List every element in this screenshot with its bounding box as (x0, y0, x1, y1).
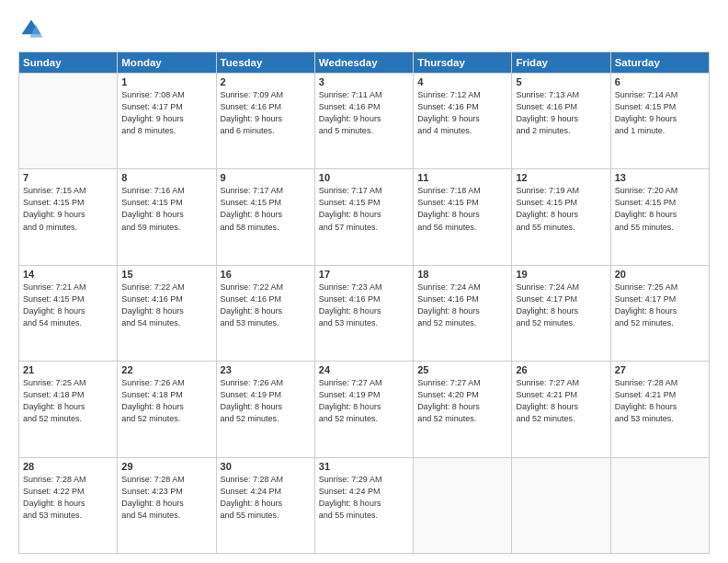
calendar-week-row: 1Sunrise: 7:08 AM Sunset: 4:17 PM Daylig… (19, 74, 710, 169)
calendar-week-row: 7Sunrise: 7:15 AM Sunset: 4:15 PM Daylig… (19, 169, 710, 265)
day-number: 27 (615, 364, 705, 375)
calendar-cell (414, 457, 512, 553)
calendar-cell: 16Sunrise: 7:22 AM Sunset: 4:16 PM Dayli… (216, 265, 314, 361)
day-number: 9 (221, 172, 311, 183)
calendar-week-row: 14Sunrise: 7:21 AM Sunset: 4:15 PM Dayli… (19, 265, 710, 361)
calendar-header-row: SundayMondayTuesdayWednesdayThursdayFrid… (19, 52, 710, 74)
day-number: 4 (417, 76, 507, 87)
calendar-day-header: Sunday (19, 52, 118, 74)
page: SundayMondayTuesdayWednesdayThursdayFrid… (0, 0, 728, 563)
calendar-cell (610, 457, 709, 553)
day-number: 2 (221, 76, 311, 87)
calendar-cell: 23Sunrise: 7:26 AM Sunset: 4:19 PM Dayli… (216, 362, 314, 457)
day-info: Sunrise: 7:28 AM Sunset: 4:24 PM Dayligh… (221, 474, 311, 522)
calendar-cell: 3Sunrise: 7:11 AM Sunset: 4:16 PM Daylig… (314, 74, 413, 169)
calendar-cell: 7Sunrise: 7:15 AM Sunset: 4:15 PM Daylig… (19, 169, 118, 265)
day-number: 11 (417, 172, 507, 183)
day-number: 7 (23, 172, 113, 183)
day-info: Sunrise: 7:23 AM Sunset: 4:16 PM Dayligh… (319, 282, 409, 329)
day-info: Sunrise: 7:25 AM Sunset: 4:17 PM Dayligh… (615, 282, 705, 329)
day-number: 24 (319, 364, 409, 375)
calendar-cell: 24Sunrise: 7:27 AM Sunset: 4:19 PM Dayli… (314, 362, 413, 457)
calendar-cell: 22Sunrise: 7:26 AM Sunset: 4:18 PM Dayli… (118, 362, 216, 457)
day-info: Sunrise: 7:22 AM Sunset: 4:16 PM Dayligh… (221, 282, 311, 329)
day-number: 14 (23, 269, 113, 280)
calendar-week-row: 21Sunrise: 7:25 AM Sunset: 4:18 PM Dayli… (19, 362, 710, 457)
day-info: Sunrise: 7:28 AM Sunset: 4:22 PM Dayligh… (23, 474, 113, 522)
calendar-cell: 5Sunrise: 7:13 AM Sunset: 4:16 PM Daylig… (512, 74, 610, 169)
calendar-cell (19, 74, 118, 169)
day-info: Sunrise: 7:09 AM Sunset: 4:16 PM Dayligh… (221, 89, 311, 137)
calendar-cell: 12Sunrise: 7:19 AM Sunset: 4:15 PM Dayli… (512, 169, 610, 265)
day-info: Sunrise: 7:17 AM Sunset: 4:15 PM Dayligh… (319, 185, 409, 233)
calendar-cell: 19Sunrise: 7:24 AM Sunset: 4:17 PM Dayli… (512, 265, 610, 361)
calendar-cell: 30Sunrise: 7:28 AM Sunset: 4:24 PM Dayli… (216, 457, 314, 553)
day-number: 16 (221, 269, 311, 280)
day-number: 22 (121, 364, 211, 375)
calendar-cell: 31Sunrise: 7:29 AM Sunset: 4:24 PM Dayli… (314, 457, 413, 553)
calendar-cell: 2Sunrise: 7:09 AM Sunset: 4:16 PM Daylig… (216, 74, 314, 169)
calendar-cell: 27Sunrise: 7:28 AM Sunset: 4:21 PM Dayli… (610, 362, 709, 457)
day-number: 25 (417, 364, 507, 375)
calendar-day-header: Saturday (610, 52, 709, 74)
calendar-cell: 17Sunrise: 7:23 AM Sunset: 4:16 PM Dayli… (314, 265, 413, 361)
calendar-day-header: Wednesday (314, 52, 413, 74)
day-info: Sunrise: 7:28 AM Sunset: 4:23 PM Dayligh… (121, 474, 211, 522)
day-number: 30 (221, 461, 311, 472)
day-number: 26 (516, 364, 606, 375)
day-info: Sunrise: 7:25 AM Sunset: 4:18 PM Dayligh… (23, 377, 113, 425)
day-info: Sunrise: 7:26 AM Sunset: 4:19 PM Dayligh… (221, 377, 311, 425)
day-number: 10 (319, 172, 409, 183)
day-info: Sunrise: 7:16 AM Sunset: 4:15 PM Dayligh… (121, 185, 211, 233)
calendar-cell: 1Sunrise: 7:08 AM Sunset: 4:17 PM Daylig… (118, 74, 216, 169)
day-info: Sunrise: 7:24 AM Sunset: 4:16 PM Dayligh… (417, 282, 507, 329)
calendar-cell: 13Sunrise: 7:20 AM Sunset: 4:15 PM Dayli… (610, 169, 709, 265)
calendar-cell: 8Sunrise: 7:16 AM Sunset: 4:15 PM Daylig… (118, 169, 216, 265)
day-info: Sunrise: 7:22 AM Sunset: 4:16 PM Dayligh… (121, 282, 211, 329)
calendar-cell: 29Sunrise: 7:28 AM Sunset: 4:23 PM Dayli… (118, 457, 216, 553)
day-info: Sunrise: 7:20 AM Sunset: 4:15 PM Dayligh… (615, 185, 705, 233)
day-number: 23 (221, 364, 311, 375)
day-info: Sunrise: 7:18 AM Sunset: 4:15 PM Dayligh… (417, 185, 507, 233)
calendar-table: SundayMondayTuesdayWednesdayThursdayFrid… (18, 52, 710, 554)
calendar-cell: 15Sunrise: 7:22 AM Sunset: 4:16 PM Dayli… (118, 265, 216, 361)
calendar-week-row: 28Sunrise: 7:28 AM Sunset: 4:22 PM Dayli… (19, 457, 710, 553)
day-info: Sunrise: 7:27 AM Sunset: 4:20 PM Dayligh… (417, 377, 507, 425)
day-number: 12 (516, 172, 606, 183)
day-number: 15 (121, 269, 211, 280)
calendar-cell: 25Sunrise: 7:27 AM Sunset: 4:20 PM Dayli… (414, 362, 512, 457)
day-info: Sunrise: 7:28 AM Sunset: 4:21 PM Dayligh… (615, 377, 705, 425)
calendar-day-header: Tuesday (216, 52, 314, 74)
calendar-cell: 18Sunrise: 7:24 AM Sunset: 4:16 PM Dayli… (414, 265, 512, 361)
day-info: Sunrise: 7:19 AM Sunset: 4:15 PM Dayligh… (516, 185, 606, 233)
day-info: Sunrise: 7:17 AM Sunset: 4:15 PM Dayligh… (221, 185, 311, 233)
calendar-day-header: Friday (512, 52, 610, 74)
day-number: 1 (121, 76, 211, 87)
calendar-cell: 14Sunrise: 7:21 AM Sunset: 4:15 PM Dayli… (19, 265, 118, 361)
day-info: Sunrise: 7:27 AM Sunset: 4:19 PM Dayligh… (319, 377, 409, 425)
day-number: 31 (319, 461, 409, 472)
calendar-cell: 6Sunrise: 7:14 AM Sunset: 4:15 PM Daylig… (610, 74, 709, 169)
day-info: Sunrise: 7:26 AM Sunset: 4:18 PM Dayligh… (121, 377, 211, 425)
day-number: 17 (319, 269, 409, 280)
day-number: 18 (417, 269, 507, 280)
calendar-day-header: Monday (118, 52, 216, 74)
day-number: 20 (615, 269, 705, 280)
day-number: 13 (615, 172, 705, 183)
calendar-day-header: Thursday (414, 52, 512, 74)
logo (18, 17, 48, 42)
day-number: 6 (615, 76, 705, 87)
calendar-cell: 26Sunrise: 7:27 AM Sunset: 4:21 PM Dayli… (512, 362, 610, 457)
calendar-cell: 10Sunrise: 7:17 AM Sunset: 4:15 PM Dayli… (314, 169, 413, 265)
day-info: Sunrise: 7:21 AM Sunset: 4:15 PM Dayligh… (23, 282, 113, 329)
day-number: 3 (319, 76, 409, 87)
day-info: Sunrise: 7:11 AM Sunset: 4:16 PM Dayligh… (319, 89, 409, 137)
day-info: Sunrise: 7:12 AM Sunset: 4:16 PM Dayligh… (417, 89, 507, 137)
day-info: Sunrise: 7:15 AM Sunset: 4:15 PM Dayligh… (23, 185, 113, 233)
calendar-cell (512, 457, 610, 553)
day-info: Sunrise: 7:24 AM Sunset: 4:17 PM Dayligh… (516, 282, 606, 329)
calendar-cell: 4Sunrise: 7:12 AM Sunset: 4:16 PM Daylig… (414, 74, 512, 169)
day-info: Sunrise: 7:08 AM Sunset: 4:17 PM Dayligh… (121, 89, 211, 137)
calendar-cell: 20Sunrise: 7:25 AM Sunset: 4:17 PM Dayli… (610, 265, 709, 361)
day-number: 8 (121, 172, 211, 183)
